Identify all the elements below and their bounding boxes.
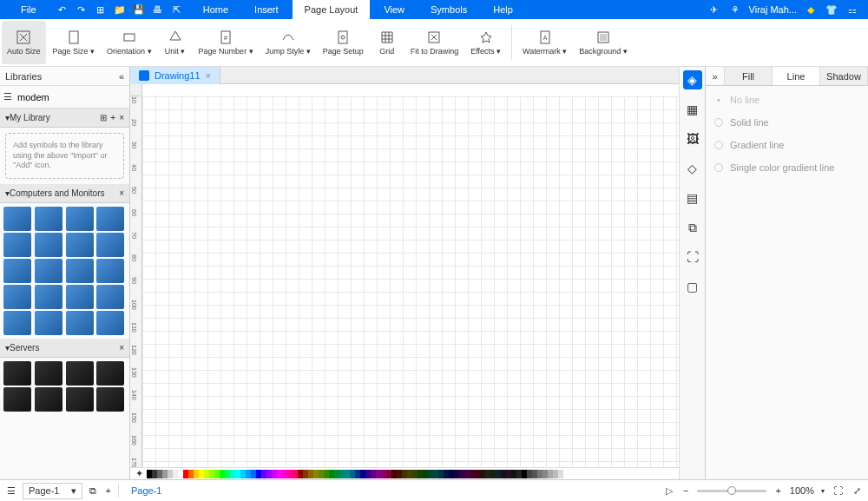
save-icon[interactable]: 💾 (132, 3, 146, 16)
library-symbol[interactable] (66, 207, 94, 231)
import-icon[interactable]: ⊞ (100, 113, 107, 122)
library-symbol[interactable] (35, 233, 62, 257)
library-symbol[interactable] (3, 311, 31, 335)
section-computers[interactable]: ▾ Computers and Monitors × (0, 184, 129, 203)
menu-view[interactable]: View (372, 0, 417, 19)
send-icon[interactable]: ✈ (707, 3, 721, 16)
ribbon-effects[interactable]: Effects ▾ (465, 21, 506, 64)
undo-icon[interactable]: ↶ (56, 3, 69, 16)
tab-line[interactable]: Line (773, 67, 820, 85)
menu-page-layout[interactable]: Page Layout (293, 0, 371, 19)
close-tab-icon[interactable]: × (206, 70, 211, 81)
zoom-out-icon[interactable]: − (681, 485, 690, 496)
color-swatch[interactable] (558, 470, 563, 478)
library-symbol[interactable] (96, 311, 124, 335)
menu-file[interactable]: File (9, 0, 49, 19)
layout-icon[interactable]: ▦ (683, 100, 702, 119)
drawing-canvas[interactable] (142, 96, 679, 467)
library-symbol[interactable] (66, 259, 94, 283)
library-symbol[interactable] (96, 207, 124, 231)
library-symbol[interactable] (66, 285, 94, 309)
page-tab[interactable]: Page-1 (124, 485, 168, 496)
ribbon-grid[interactable]: Grid (371, 21, 404, 64)
share-icon[interactable]: ⚘ (728, 3, 742, 16)
section-my-library[interactable]: ▾ My Library ⊞+× (0, 109, 129, 128)
library-symbol[interactable] (96, 387, 124, 412)
close-section-icon[interactable]: × (119, 113, 124, 122)
ribbon-page-number[interactable]: #Page Number ▾ (194, 21, 259, 64)
library-symbol[interactable] (35, 259, 62, 283)
duplicate-page-icon[interactable]: ⧉ (88, 485, 98, 497)
menu-symbols[interactable]: Symbols (418, 0, 479, 19)
zoom-level[interactable]: 100% (790, 485, 814, 496)
tab-shadow[interactable]: Shadow (820, 67, 868, 85)
library-symbol[interactable] (66, 311, 94, 335)
library-symbol[interactable] (35, 311, 62, 335)
fit-page-icon[interactable]: ⛶ (832, 485, 845, 496)
theme-icon[interactable]: ◈ (683, 70, 702, 89)
library-symbol[interactable] (66, 233, 94, 257)
zoom-in-icon[interactable]: + (773, 485, 782, 496)
fullscreen-icon[interactable]: ⤢ (852, 485, 863, 497)
print-icon[interactable]: 🖶 (151, 3, 165, 16)
library-symbol[interactable] (35, 207, 62, 231)
image-icon[interactable]: 🖼 (683, 129, 702, 148)
open-icon[interactable]: 📁 (113, 3, 127, 16)
close-section-icon[interactable]: × (119, 343, 124, 353)
apps-icon[interactable]: ⚏ (845, 3, 859, 16)
ribbon-background[interactable]: Background ▾ (574, 21, 633, 64)
library-type-icon[interactable]: ☰ (3, 91, 12, 102)
collapse-libraries-icon[interactable]: « (119, 71, 124, 82)
close-section-icon[interactable]: × (119, 188, 124, 198)
page-selector[interactable]: Page-1▾ (23, 483, 82, 499)
new-icon[interactable]: ⊞ (94, 3, 108, 16)
diamond-icon[interactable]: ◆ (804, 3, 818, 16)
ruler-vertical[interactable]: 1020304050607080901001101201301401501601… (130, 96, 142, 467)
tab-fill[interactable]: Fill (725, 67, 773, 85)
library-symbol[interactable] (35, 285, 62, 309)
option-gradient-line[interactable]: Gradient line (714, 140, 859, 150)
expand-panel-icon[interactable]: » (706, 67, 725, 85)
ribbon-jump-style[interactable]: Jump Style ▾ (260, 21, 316, 64)
export-icon[interactable]: ⇱ (170, 3, 184, 16)
eyedropper-icon[interactable]: ✦ (135, 468, 143, 479)
ribbon-fit-to-drawing[interactable]: Fit to Drawing (405, 21, 464, 64)
library-symbol[interactable] (3, 285, 31, 309)
option-solid-line[interactable]: Solid line (714, 117, 859, 128)
library-symbol[interactable] (3, 233, 31, 257)
menu-insert[interactable]: Insert (242, 0, 291, 19)
ribbon-orientation[interactable]: Orientation ▾ (102, 21, 157, 64)
ribbon-page-setup[interactable]: Page Setup (318, 21, 369, 64)
present-icon[interactable]: ▢ (683, 277, 702, 296)
ribbon-page-size[interactable]: Page Size ▾ (48, 21, 101, 64)
add-page-icon[interactable]: + (103, 485, 112, 496)
library-symbol[interactable] (35, 361, 62, 386)
section-servers[interactable]: ▾ Servers × (0, 339, 129, 358)
library-search-input[interactable] (16, 90, 139, 104)
library-symbol[interactable] (3, 361, 31, 386)
shirt-icon[interactable]: 👕 (825, 3, 838, 16)
menu-help[interactable]: Help (481, 0, 525, 19)
document-tab[interactable]: Drawing11 × (130, 67, 220, 84)
presentation-icon[interactable]: ▷ (664, 485, 674, 497)
page-icon[interactable]: ▤ (683, 188, 702, 208)
user-name[interactable]: Viraj Mah... (749, 4, 797, 15)
library-symbol[interactable] (96, 285, 124, 309)
ribbon-watermark[interactable]: AWatermark ▾ (517, 21, 572, 64)
library-symbol[interactable] (66, 387, 94, 412)
library-symbol[interactable] (96, 259, 124, 283)
library-symbol[interactable] (3, 387, 31, 412)
library-symbol[interactable] (35, 387, 62, 412)
add-icon[interactable]: + (110, 113, 115, 122)
menu-home[interactable]: Home (191, 0, 240, 19)
outline-icon[interactable]: ☰ (5, 485, 17, 497)
focus-icon[interactable]: ⛶ (683, 247, 702, 267)
option-no-line[interactable]: •No line (714, 95, 859, 105)
library-symbol[interactable] (96, 233, 124, 257)
ribbon-auto-size[interactable]: Auto Size (2, 21, 46, 64)
layers-icon[interactable]: ⧉ (683, 218, 702, 237)
zoom-slider[interactable] (697, 490, 766, 492)
library-symbol[interactable] (3, 207, 31, 231)
library-symbol[interactable] (96, 361, 124, 386)
library-symbol[interactable] (3, 259, 31, 283)
